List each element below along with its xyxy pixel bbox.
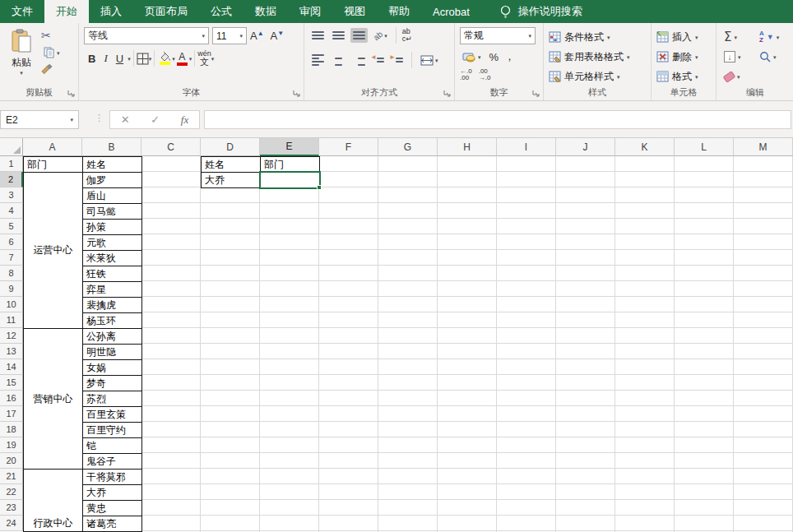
tab-审阅[interactable]: 审阅 [288,0,332,23]
decrease-decimal-button[interactable]: .00→.0 [479,68,491,81]
formula-input[interactable] [204,110,791,129]
active-cell-E2[interactable] [259,171,321,189]
fill-color-button[interactable] [157,51,172,66]
align-left-button[interactable] [309,51,327,69]
row-header-1[interactable]: 1 [0,156,23,172]
column-header-F[interactable]: F [319,138,378,156]
decrease-font-size-button[interactable]: A▼ [267,30,288,42]
column-header-B[interactable]: B [82,138,141,156]
row-header-21[interactable]: 21 [0,469,23,484]
insert-function-icon[interactable]: fx [181,113,188,127]
formula-bar-grip[interactable]: ⋮ [95,113,104,123]
font-name-combo[interactable]: 等线 ▾ [84,27,209,44]
cells-item-删除[interactable]: 删除▾ [656,47,712,67]
wrap-text-button[interactable]: ab c↵ [402,28,412,43]
cell-B24[interactable]: 诸葛亮 [82,516,142,532]
cut-icon[interactable]: ✂ [41,30,63,41]
font-color-button[interactable]: A [175,51,189,67]
cells-item-dropdown[interactable]: ▾ [695,54,698,60]
merged-cell-A12-A20[interactable]: 营销中心 [23,328,83,470]
font-size-combo[interactable]: 11 ▾ [212,27,247,44]
clipboard-dialog-launcher[interactable] [67,89,76,98]
cell-B23[interactable]: 黄忠 [82,500,142,516]
merged-cell-A2-A11[interactable]: 运营中心 [23,172,83,329]
row-header-11[interactable]: 11 [0,312,23,328]
merge-center-button[interactable]: ▾ [418,53,441,67]
top-align-button[interactable] [309,28,327,43]
cell-B17[interactable]: 百里玄策 [82,406,142,423]
copy-dropdown[interactable]: ▾ [57,50,60,56]
borders-icon[interactable] [137,53,149,65]
styles-item-条件格式[interactable]: 条件格式▾ [549,27,647,47]
find-select-button[interactable]: ▾ [757,47,791,67]
format-painter-icon[interactable] [41,64,53,75]
tell-me-search[interactable]: 操作说明搜索 [499,0,582,23]
tab-文件[interactable]: 文件 [0,0,44,23]
accounting-format-button[interactable]: ▾ [460,51,484,63]
underline-dropdown[interactable]: ▾ [128,56,131,62]
row-header-19[interactable]: 19 [0,437,23,453]
row-header-20[interactable]: 20 [0,453,23,469]
tab-开始[interactable]: 开始 [44,0,89,23]
column-header-J[interactable]: J [556,138,615,156]
cells-item-dropdown[interactable]: ▾ [695,74,698,80]
cell-B11[interactable]: 杨玉环 [82,312,142,329]
cell-D2[interactable]: 大乔 [201,172,261,188]
cells-item-dropdown[interactable]: ▾ [695,35,698,40]
cell-D1[interactable]: 姓名 [201,156,261,173]
paste-dropdown[interactable]: ▾ [20,70,23,76]
sort-filter-button[interactable]: A Z ▼ ▾ [757,27,791,47]
alignment-dialog-launcher[interactable] [443,89,452,98]
cell-B8[interactable]: 狂铁 [82,266,142,282]
cell-B14[interactable]: 女娲 [82,359,142,376]
orientation-button[interactable]: ab ▾ [371,30,390,42]
row-header-3[interactable]: 3 [0,187,23,203]
increase-font-size-button[interactable]: A▲ [247,30,267,42]
tab-公式[interactable]: 公式 [199,0,243,23]
increase-indent-button[interactable]: ► [390,51,406,69]
font-color-dropdown[interactable]: ▾ [189,56,192,62]
column-header-E[interactable]: E [260,138,319,156]
column-header-A[interactable]: A [23,138,82,156]
cell-B7[interactable]: 米莱狄 [82,250,142,266]
align-center-button[interactable] [330,51,347,69]
row-header-6[interactable]: 6 [0,234,23,250]
cell-B10[interactable]: 裴擒虎 [82,297,142,313]
row-header-17[interactable]: 17 [0,406,23,422]
cell-E1[interactable]: 部门 [260,156,320,173]
cancel-icon[interactable]: ✕ [121,113,130,126]
phonetic-dropdown[interactable]: ▾ [211,56,215,62]
middle-align-button[interactable] [330,28,347,43]
cell-B6[interactable]: 元歌 [82,234,142,251]
fill-button[interactable]: ↓ ▾ [721,47,755,67]
cell-B1[interactable]: 姓名 [82,156,142,173]
cell-B5[interactable]: 孙策 [82,219,142,235]
underline-button[interactable]: U [112,52,128,66]
number-format-combo[interactable]: 常规 ▾ [460,27,536,44]
cells-item-插入[interactable]: 插入▾ [656,27,712,47]
row-header-8[interactable]: 8 [0,266,23,281]
styles-item-dropdown[interactable]: ▾ [627,54,630,60]
row-header-15[interactable]: 15 [0,375,23,391]
autosum-button[interactable]: Σ ▾ [721,27,755,47]
cell-B13[interactable]: 明世隐 [82,344,142,360]
bottom-align-button[interactable] [350,28,368,43]
name-box[interactable]: E2 ▾ [0,110,79,129]
cell-B15[interactable]: 梦奇 [82,375,142,391]
cell-B9[interactable]: 弈星 [82,281,142,298]
copy-button[interactable]: ▾ [41,46,63,59]
font-dialog-launcher[interactable] [292,89,301,98]
number-dialog-launcher[interactable] [531,89,540,98]
row-header-10[interactable]: 10 [0,297,23,312]
tab-插入[interactable]: 插入 [89,0,133,23]
cell-B22[interactable]: 大乔 [82,484,142,501]
column-header-L[interactable]: L [675,138,734,156]
row-header-7[interactable]: 7 [0,250,23,266]
column-header-G[interactable]: G [378,138,438,156]
column-header-H[interactable]: H [438,138,497,156]
tab-帮助[interactable]: 帮助 [377,0,421,23]
enter-icon[interactable]: ✓ [151,113,160,126]
row-header-16[interactable]: 16 [0,391,23,406]
increase-decimal-button[interactable]: ←.0.00 [460,68,472,81]
cell-B2[interactable]: 伽罗 [82,172,142,188]
